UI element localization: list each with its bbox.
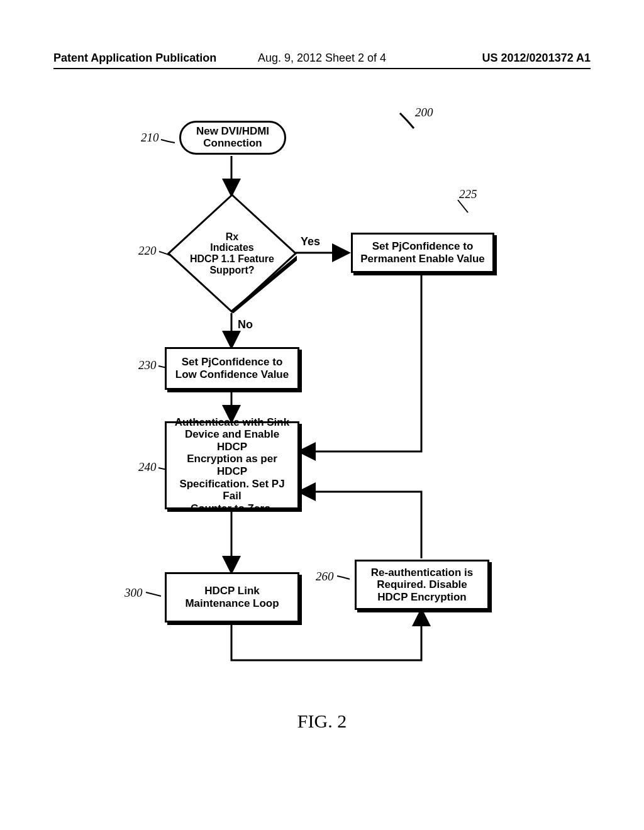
- header-divider: [53, 68, 591, 69]
- header-left: Patent Application Publication: [53, 52, 233, 65]
- box-225-text: Set PjConfidence to Permanent Enable Val…: [360, 240, 484, 265]
- start-terminator: New DVI/HDMI Connection: [179, 121, 286, 155]
- box-260-text: Re-authentication is Required. Disable H…: [371, 567, 473, 604]
- ref-200: 200: [415, 106, 433, 119]
- start-text: New DVI/HDMI Connection: [196, 126, 269, 149]
- ref-240: 240: [138, 460, 157, 474]
- box-260: Re-authentication is Required. Disable H…: [355, 560, 489, 610]
- decision-node: Rx Indicates HDCP 1.1 Feature Support?: [167, 194, 297, 313]
- page-header: Patent Application Publication Aug. 9, 2…: [0, 52, 644, 65]
- edge-no: No: [238, 318, 253, 331]
- ref-230: 230: [138, 358, 157, 372]
- box-225: Set PjConfidence to Permanent Enable Val…: [351, 233, 494, 273]
- box-240: Authenticate with Sink Device and Enable…: [165, 421, 299, 509]
- edge-yes: Yes: [301, 235, 320, 248]
- ref-210: 210: [141, 131, 159, 145]
- box-240-text: Authenticate with Sink Device and Enable…: [171, 416, 293, 514]
- connector-layer: [0, 94, 644, 723]
- ref-225: 225: [459, 187, 477, 201]
- box-300: HDCP Link Maintenance Loop: [165, 572, 299, 622]
- ref-300: 300: [125, 586, 143, 600]
- figure-caption: FIG. 2: [0, 711, 644, 732]
- box-230-text: Set PjConfidence to Low Confidence Value: [175, 356, 289, 380]
- decision-wrap: Rx Indicates HDCP 1.1 Feature Support?: [167, 194, 297, 313]
- header-mid: Aug. 9, 2012 Sheet 2 of 4: [233, 52, 412, 65]
- header-right: US 2012/0201372 A1: [411, 52, 591, 65]
- flowchart-canvas: 200 New DVI/HDMI Connection 210 Rx Indic…: [0, 94, 644, 723]
- decision-text: Rx Indicates HDCP 1.1 Feature Support?: [190, 231, 274, 275]
- ref-260: 260: [316, 570, 334, 584]
- box-230: Set PjConfidence to Low Confidence Value: [165, 347, 299, 390]
- ref-220: 220: [138, 244, 157, 258]
- box-300-text: HDCP Link Maintenance Loop: [185, 585, 279, 609]
